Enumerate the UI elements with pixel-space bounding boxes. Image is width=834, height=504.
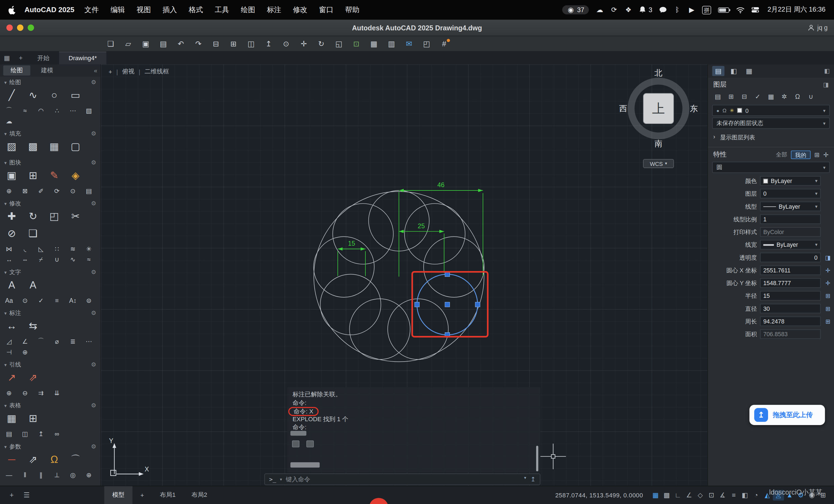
prop-value-field[interactable]: ByLayer▾: [760, 201, 821, 211]
menu-item[interactable]: 文件: [79, 5, 105, 15]
grid-display-icon[interactable]: ▦: [650, 490, 661, 501]
collapse-palette-icon[interactable]: «: [94, 67, 97, 74]
delete-layer-icon[interactable]: ⊟: [739, 92, 750, 102]
menu-item[interactable]: 绘图: [235, 5, 261, 15]
add-layout-icon[interactable]: +: [5, 490, 18, 501]
menu-item[interactable]: 工具: [209, 5, 235, 15]
calculator-icon[interactable]: ⊞: [824, 318, 832, 325]
section-header[interactable]: ▾绘图⚙: [0, 77, 101, 87]
table-data-icon[interactable]: ⊞: [25, 411, 42, 426]
gear-icon[interactable]: ⚙: [91, 443, 96, 450]
menu-item[interactable]: 视图: [131, 5, 157, 15]
chevron-down-icon[interactable]: ▾: [823, 108, 826, 113]
section-header[interactable]: ▾文字⚙: [0, 267, 101, 277]
datetime[interactable]: 2月22日 周六 16:36: [767, 5, 826, 14]
sheet-set-icon[interactable]: ▥: [385, 38, 398, 49]
chevron-down-icon[interactable]: ▾: [823, 120, 826, 126]
layer-color-swatch[interactable]: [738, 108, 742, 113]
radial-parameter-icon[interactable]: ⌒: [67, 452, 84, 467]
save-as-icon[interactable]: ▤: [157, 38, 170, 49]
play-icon[interactable]: ▶: [688, 6, 696, 14]
gear-icon[interactable]: ⚙: [91, 200, 96, 207]
chevron-down-icon[interactable]: ▾: [815, 191, 818, 196]
layer-states-icon[interactable]: ▦: [765, 92, 776, 102]
section-header[interactable]: ▾表格⚙: [0, 400, 101, 410]
chamfer-icon[interactable]: ◺: [35, 244, 47, 254]
share-icon[interactable]: ↥: [530, 476, 536, 483]
prop-value-field[interactable]: ByLayer▾: [760, 240, 821, 249]
quick-dim-icon[interactable]: ⇆: [25, 318, 42, 334]
rectangle-icon[interactable]: ▭: [67, 87, 84, 103]
fix-constraint-icon[interactable]: ⊕: [83, 470, 95, 479]
layer-on-icon[interactable]: ●: [717, 108, 719, 113]
wifi-icon[interactable]: [736, 7, 745, 13]
cloud-icon[interactable]: ☁: [596, 6, 603, 14]
circle-entity[interactable]: [388, 299, 448, 360]
window-titlebar[interactable]: Autodesk AutoCAD 2025 Drawing4.dwg jq g: [0, 20, 834, 36]
orbit-icon[interactable]: ↻: [315, 38, 328, 49]
page-setup-icon[interactable]: ⊞: [227, 38, 240, 49]
calculator-icon[interactable]: #: [438, 38, 451, 49]
aligned-parameter-icon[interactable]: ⇗: [25, 452, 42, 467]
command-input-placeholder[interactable]: 键入命令: [286, 475, 310, 483]
autohide-icon[interactable]: ◧: [824, 68, 830, 74]
recording-indicator[interactable]: ◉37: [562, 5, 589, 14]
calculator-icon[interactable]: ⊞: [824, 305, 832, 312]
layer-merge-icon[interactable]: ∪: [805, 92, 816, 102]
cell-style-icon[interactable]: ◫: [19, 429, 31, 438]
object-snap-icon[interactable]: ⊡: [706, 490, 717, 501]
layer-state-dropdown[interactable]: 未保存的图层状态 ▾: [712, 117, 830, 129]
user-account[interactable]: jq g: [808, 24, 828, 31]
find-text-icon[interactable]: ⊙: [19, 296, 31, 305]
command-input-bar[interactable]: >_ ▾ 键入命令 ▾ ↥: [264, 473, 540, 485]
ellipse-icon[interactable]: ◠: [35, 106, 47, 115]
circle-entity[interactable]: [333, 203, 394, 264]
screen-capture-icon[interactable]: ◰: [420, 38, 433, 49]
join-icon[interactable]: ∪: [51, 255, 63, 264]
pedit-icon[interactable]: ∿: [67, 255, 79, 264]
collect-leader-icon[interactable]: ⇊: [51, 388, 63, 397]
transparency-icon[interactable]: ◧: [739, 490, 750, 501]
layer-lock-icon[interactable]: Ω: [723, 107, 726, 113]
lengthen-icon[interactable]: ⇔: [19, 255, 31, 264]
plot-icon[interactable]: ⊟: [210, 38, 222, 49]
align-leader-icon[interactable]: ⇉: [35, 388, 47, 397]
gear-icon[interactable]: ⚙: [91, 361, 96, 368]
circle-entity[interactable]: [424, 237, 484, 297]
parallel-constraint-icon[interactable]: ∥: [35, 470, 47, 479]
chevron-down-icon[interactable]: ▾: [823, 165, 826, 170]
revcloud-icon[interactable]: ☁: [3, 116, 15, 126]
menu-item[interactable]: 编辑: [105, 5, 131, 15]
viewcube-north[interactable]: 北: [618, 68, 698, 79]
remove-leader-icon[interactable]: ⊖: [19, 388, 31, 397]
new-layout-icon[interactable]: +: [132, 486, 152, 504]
gear-icon[interactable]: ⚙: [91, 310, 96, 316]
spline-edit-icon[interactable]: ≈: [83, 255, 95, 264]
grip-left[interactable]: [415, 302, 419, 307]
point-icon[interactable]: ∴: [51, 106, 63, 115]
history-scrollbar[interactable]: [536, 446, 539, 472]
notification-bell-icon[interactable]: [639, 6, 646, 13]
viewcube-south[interactable]: 南: [618, 139, 698, 149]
tab-overview-icon[interactable]: ▦: [0, 51, 14, 64]
baseline-dim-icon[interactable]: ≣: [67, 337, 79, 346]
dock-panel-icon[interactable]: ◨: [823, 82, 829, 88]
prop-value-field[interactable]: 2551.7611: [760, 265, 821, 275]
section-header[interactable]: ▾填充⚙: [0, 128, 101, 138]
set-current-icon[interactable]: ✓: [752, 92, 763, 102]
spell-check-icon[interactable]: ✓: [35, 296, 47, 305]
hatch-icon[interactable]: ▨: [3, 139, 20, 154]
tab-layout1[interactable]: 布局1: [152, 486, 183, 504]
gradient-icon[interactable]: ▦: [46, 139, 63, 154]
block-edit-icon[interactable]: ✎: [46, 168, 63, 183]
grip-right[interactable]: [475, 302, 480, 307]
hatch-bound-icon[interactable]: ▧: [83, 106, 95, 115]
tab-drawing4[interactable]: Drawing4*: [59, 51, 107, 64]
horizontal-constraint-icon[interactable]: ―: [3, 470, 15, 479]
object-snap-tracking-icon[interactable]: ∡: [717, 490, 728, 501]
snap-mode-icon[interactable]: ▩: [661, 490, 672, 501]
quick-leader-icon[interactable]: ⇗: [25, 370, 42, 385]
boundary-icon[interactable]: ▢: [67, 139, 84, 154]
dim-break-icon[interactable]: ⊣: [3, 348, 15, 357]
close-button[interactable]: [6, 25, 13, 31]
